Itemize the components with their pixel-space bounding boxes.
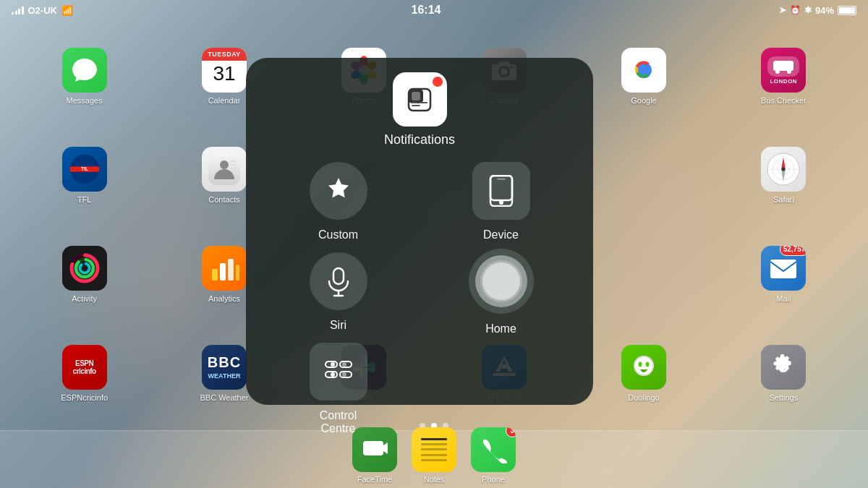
- app-safari-label: Safari: [773, 195, 794, 205]
- signal-bars: [12, 6, 24, 14]
- svg-rect-64: [497, 179, 506, 180]
- dock-phone-label: Phone: [482, 475, 505, 484]
- svg-text:TfL: TfL: [81, 166, 88, 171]
- svg-point-14: [220, 160, 229, 169]
- dock-notes-label: Notes: [424, 475, 445, 484]
- app-safari[interactable]: Safari: [714, 127, 854, 226]
- bbc-text: BBC: [208, 354, 241, 371]
- svg-point-75: [342, 372, 346, 377]
- phone-badge: 3: [506, 427, 516, 437]
- svg-point-71: [342, 362, 346, 367]
- home-button[interactable]: [469, 249, 534, 314]
- svg-rect-57: [412, 92, 420, 100]
- assistive-custom-cell: Custom: [260, 162, 416, 241]
- svg-point-8: [775, 69, 780, 74]
- status-bar: O2-UK 📶 16:14 ➤ ⏰ ✱ 94%: [0, 0, 868, 20]
- app-espncricinfo[interactable]: ESPNcricinfo ESPNcricinfo: [14, 324, 154, 423]
- svg-rect-35: [228, 259, 234, 281]
- app-google[interactable]: Google: [574, 27, 713, 127]
- assistive-control-centre-cell: ControlCentre: [260, 343, 416, 435]
- app-messages-label: Messages: [67, 96, 103, 106]
- svg-rect-36: [236, 265, 239, 281]
- svg-rect-33: [212, 269, 218, 281]
- app-settings-label: Settings: [769, 393, 798, 403]
- svg-rect-59: [412, 102, 417, 103]
- app-bbcweather-label: BBC Weather: [200, 393, 248, 403]
- app-analytics-label: Analytics: [208, 294, 240, 304]
- app-espncricinfo-label: ESPNcricinfo: [61, 393, 108, 403]
- assistive-siri-cell: Siri: [260, 249, 416, 335]
- svg-rect-16: [230, 164, 236, 166]
- app-duolingo[interactable]: Duolingo: [574, 324, 713, 423]
- svg-rect-34: [220, 263, 226, 281]
- svg-rect-60: [412, 105, 420, 106]
- control-centre-label: ControlCentre: [320, 409, 357, 435]
- app-messages[interactable]: Messages: [14, 27, 154, 127]
- status-left: O2-UK 📶: [12, 5, 73, 16]
- device-label: Device: [483, 228, 519, 241]
- app-mail-label: Mail: [776, 294, 791, 304]
- app-activity-label: Activity: [72, 294, 97, 304]
- device-button[interactable]: [472, 162, 530, 220]
- carrier-label: O2-UK: [28, 5, 57, 16]
- dock: FaceTime Notes 3 Phone: [0, 430, 868, 488]
- svg-point-69: [331, 362, 335, 367]
- custom-button[interactable]: [310, 162, 367, 220]
- assistive-device-cell: Device: [423, 162, 579, 241]
- app-contacts-label: Contacts: [208, 195, 239, 205]
- weather-text: WEATHER: [208, 372, 241, 380]
- status-right: ➤ ⏰ ✱ 94%: [779, 5, 856, 16]
- assistive-notifications-section: Notifications: [260, 72, 579, 155]
- app-google-label: Google: [631, 96, 656, 106]
- svg-point-26: [782, 168, 786, 171]
- svg-point-53: [645, 361, 649, 367]
- dock-app-facetime[interactable]: FaceTime: [352, 427, 397, 484]
- dock-app-notes[interactable]: Notes: [412, 427, 456, 484]
- battery-indicator: [838, 6, 856, 15]
- home-label: Home: [485, 322, 516, 335]
- alarm-icon: ⏰: [790, 5, 801, 15]
- control-centre-button[interactable]: [310, 343, 367, 401]
- calendar-month: TUESDAY: [202, 48, 247, 61]
- location-icon: ➤: [779, 5, 786, 15]
- app-mail[interactable]: 52,757 Mail: [714, 226, 854, 325]
- app-tfl-label: TFL: [77, 195, 92, 205]
- assistive-home-cell: Home: [423, 249, 579, 335]
- battery-percent: 94%: [815, 5, 834, 16]
- svg-point-9: [787, 69, 791, 74]
- calendar-day: 31: [213, 62, 235, 85]
- svg-rect-65: [333, 268, 344, 284]
- svg-point-52: [638, 361, 642, 367]
- app-calendar-label: Calendar: [208, 96, 241, 106]
- siri-label: Siri: [330, 319, 346, 332]
- wifi-icon: 📶: [61, 5, 73, 16]
- app-duolingo-label: Duolingo: [628, 393, 659, 403]
- notifications-label: Notifications: [384, 132, 455, 147]
- assistive-touch-overlay: Notifications Custom Device: [246, 58, 593, 405]
- svg-point-63: [499, 200, 503, 205]
- app-bus-checker-label: Bus Checker: [761, 96, 807, 106]
- app-activity[interactable]: Activity: [14, 226, 154, 325]
- status-time: 16:14: [412, 4, 441, 17]
- svg-rect-37: [770, 260, 796, 278]
- svg-rect-7: [773, 61, 793, 71]
- svg-rect-17: [230, 168, 236, 169]
- dock-facetime-label: FaceTime: [357, 475, 393, 484]
- custom-label: Custom: [318, 228, 358, 241]
- svg-point-73: [331, 372, 335, 377]
- app-bus-checker[interactable]: LONDON Bus Checker: [714, 27, 854, 127]
- siri-button[interactable]: [310, 252, 367, 310]
- notifications-button[interactable]: [393, 72, 447, 127]
- notification-dot: [433, 77, 443, 87]
- mail-badge: 52,757: [780, 246, 807, 256]
- bluetooth-icon: ✱: [804, 5, 812, 15]
- svg-rect-58: [419, 102, 427, 103]
- dock-app-phone[interactable]: 3 Phone: [471, 427, 516, 484]
- app-settings[interactable]: Settings: [714, 324, 854, 423]
- svg-rect-15: [230, 160, 236, 162]
- app-tfl[interactable]: TfL TFL: [14, 127, 154, 226]
